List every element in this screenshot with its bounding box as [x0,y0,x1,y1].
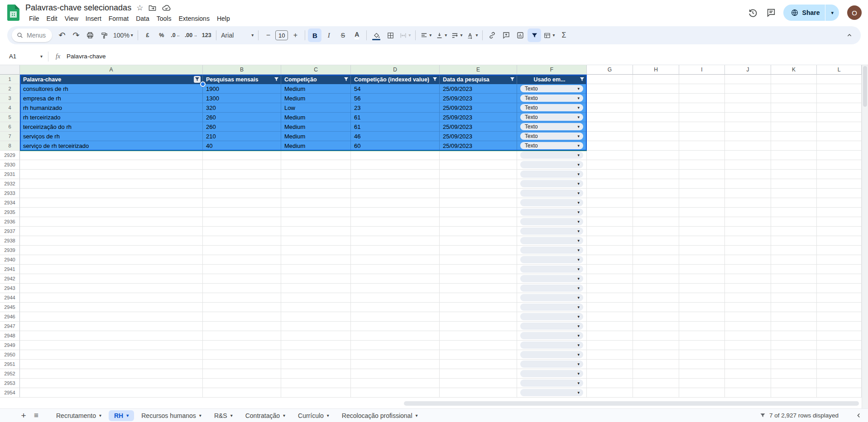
dropdown-chip-empty[interactable]: ▾ [520,190,583,197]
dropdown-chip-empty[interactable]: ▾ [520,218,583,225]
empty-cell[interactable] [203,331,281,341]
empty-cell[interactable] [679,284,725,293]
expand-panel-chevron-icon[interactable] [855,412,863,419]
empty-cell[interactable] [679,293,725,303]
empty-cell[interactable] [679,303,725,312]
empty-cell[interactable] [351,331,440,341]
empty-cell[interactable] [725,122,771,132]
empty-cell[interactable] [679,132,725,141]
empty-cell[interactable] [587,208,633,217]
empty-cell[interactable] [725,94,771,103]
insert-chart-button[interactable] [513,28,527,42]
dropdown-chip-empty[interactable]: ▾ [520,256,583,263]
empty-cell[interactable] [281,293,351,303]
empty-cell[interactable] [203,246,281,255]
empty-cell[interactable] [725,341,771,350]
empty-cell[interactable] [351,170,440,179]
empty-cell[interactable] [771,113,817,122]
empty-cell[interactable] [587,293,633,303]
empty-cell[interactable] [725,160,771,170]
data-cell[interactable]: serviço de rh terceirizado [20,141,203,151]
empty-cell[interactable] [203,179,281,189]
menu-file[interactable]: File [25,14,43,23]
empty-cell[interactable] [771,84,817,94]
data-cell[interactable]: 320 [203,103,281,113]
column-filter-icon[interactable] [274,77,279,82]
empty-cell[interactable] [633,312,679,322]
empty-cell[interactable] [725,170,771,179]
account-avatar[interactable]: O [847,5,862,20]
empty-cell[interactable] [20,217,203,227]
sheet-tab-caret-icon[interactable]: ▾ [126,413,129,418]
empty-cell[interactable] [587,113,633,122]
empty-cell[interactable] [20,284,203,293]
empty-cell[interactable] [633,265,679,274]
sheet-tab-curr-culo[interactable]: Currículo▾ [293,410,335,421]
empty-cell[interactable] [587,265,633,274]
row-header-2[interactable]: 2 [0,84,20,94]
empty-cell[interactable] [771,379,817,388]
empty-cell[interactable] [587,122,633,132]
empty-cell[interactable] [679,113,725,122]
data-cell[interactable]: 61 [351,113,440,122]
menu-help[interactable]: Help [213,14,234,23]
empty-cell[interactable] [771,151,817,160]
data-cell[interactable]: Medium [281,132,351,141]
text-wrap-button[interactable]: ▾ [449,28,464,42]
empty-cell[interactable] [440,388,517,398]
text-color-button[interactable]: A [350,28,364,42]
dropdown-chip-empty[interactable]: ▾ [520,370,583,377]
empty-cell[interactable] [817,94,862,103]
empty-cell[interactable] [679,350,725,360]
dropdown-chip-empty[interactable]: ▾ [520,237,583,244]
empty-cell[interactable] [679,179,725,189]
data-cell[interactable]: 40 [203,141,281,151]
empty-cell[interactable] [281,246,351,255]
empty-cell[interactable] [281,303,351,312]
sheet-tab-caret-icon[interactable]: ▾ [230,413,233,418]
dropdown-chip-empty[interactable]: ▾ [520,228,583,235]
empty-cell[interactable] [281,217,351,227]
empty-cell[interactable] [633,227,679,236]
empty-cell[interactable] [587,388,633,398]
empty-cell[interactable] [817,141,862,151]
empty-cell[interactable] [679,360,725,369]
print-button[interactable] [83,28,97,42]
dropdown-chip[interactable]: Texto▾ [520,114,583,121]
empty-cell[interactable] [725,265,771,274]
empty-cell[interactable] [679,94,725,103]
empty-cell[interactable] [20,369,203,379]
empty-cell[interactable] [587,179,633,189]
empty-cell[interactable] [351,350,440,360]
dropdown-chip-empty[interactable]: ▾ [520,303,583,311]
empty-cell[interactable] [203,160,281,170]
empty-cell[interactable] [679,160,725,170]
cloud-saved-icon[interactable] [162,3,171,13]
empty-cell[interactable] [203,350,281,360]
column-header-A[interactable]: A [20,65,203,75]
empty-cell[interactable] [351,274,440,284]
empty-cell[interactable] [817,179,862,189]
dropdown-chip[interactable]: Texto▾ [520,85,583,92]
empty-cell[interactable] [771,331,817,341]
row-header-2953[interactable]: 2953 [0,379,20,388]
empty-cell[interactable] [203,151,281,160]
dropdown-chip-empty[interactable]: ▾ [520,322,583,330]
empty-cell[interactable] [351,360,440,369]
dropdown-chip-empty[interactable]: ▾ [520,284,583,292]
empty-cell[interactable] [633,379,679,388]
empty-cell[interactable] [771,236,817,246]
row-header-2950[interactable]: 2950 [0,350,20,360]
row-header-1[interactable]: 1 [0,75,20,84]
menu-extensions[interactable]: Extensions [175,14,213,23]
data-cell[interactable]: rh terceirizado [20,113,203,122]
empty-cell[interactable] [440,284,517,293]
empty-cell[interactable] [203,369,281,379]
number-format-button[interactable]: 123 [200,28,213,42]
empty-cell[interactable] [351,236,440,246]
column-filter-icon[interactable] [580,77,585,82]
empty-cell[interactable] [679,312,725,322]
empty-cell[interactable] [20,265,203,274]
empty-cell[interactable] [725,350,771,360]
empty-cell[interactable] [587,322,633,331]
